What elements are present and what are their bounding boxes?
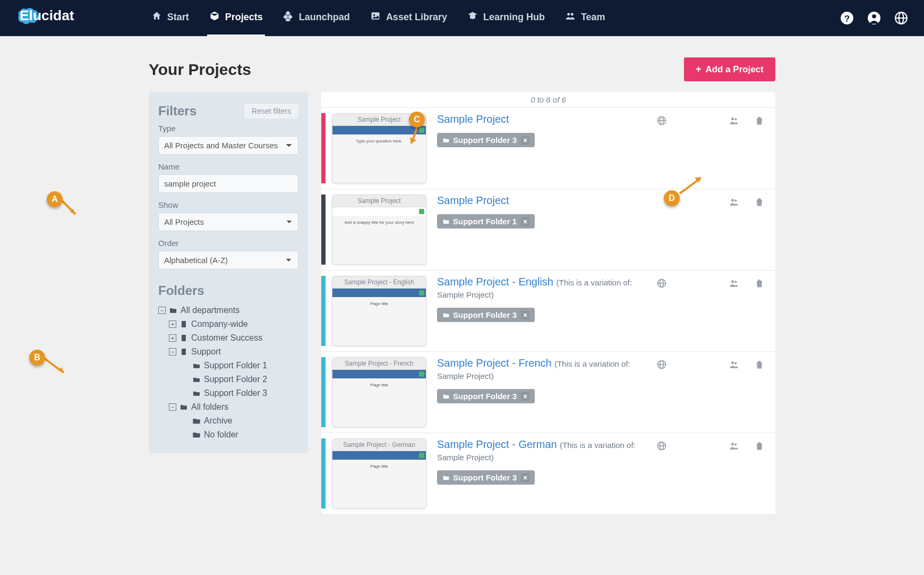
project-thumbnail[interactable]: Sample Project - FrenchPage title xyxy=(332,357,426,427)
annotation-d: D xyxy=(664,190,680,206)
team-icon[interactable] xyxy=(729,278,739,291)
tree-no-folder[interactable]: No folder xyxy=(192,428,298,442)
tree-support-folder-3[interactable]: Support Folder 3 xyxy=(192,386,298,400)
tree-support[interactable]: −Support xyxy=(169,345,298,359)
folder-icon xyxy=(442,474,450,481)
nav-item-projects[interactable]: Projects xyxy=(207,0,265,36)
svg-point-39 xyxy=(731,443,734,445)
svg-rect-17 xyxy=(182,335,186,341)
filters-sidebar: Filters Reset filters Type All Projects … xyxy=(149,92,308,453)
account-icon[interactable] xyxy=(867,11,881,25)
plus-icon: + xyxy=(696,64,701,75)
team-icon[interactable] xyxy=(729,197,739,209)
svg-rect-18 xyxy=(182,349,186,355)
thumb-title: Sample Project - French xyxy=(332,358,426,370)
add-project-label: Add a Project xyxy=(705,64,764,75)
remove-tag-icon[interactable]: × xyxy=(521,392,529,401)
team-icon[interactable] xyxy=(729,359,739,372)
svg-point-22 xyxy=(731,117,734,120)
project-thumbnail[interactable]: Sample Project - EnglishPage title xyxy=(332,276,426,346)
navbar: Elucidat StartProjectsLaunchpadAsset Lib… xyxy=(0,0,924,36)
project-actions xyxy=(656,357,765,427)
project-thumbnail[interactable]: Sample ProjectAdd a snappy title for you… xyxy=(332,195,426,265)
brand-logo[interactable]: Elucidat xyxy=(16,6,91,30)
project-folder-tag[interactable]: Support Folder 3× xyxy=(437,470,535,485)
nav-item-label: Projects xyxy=(225,12,263,23)
filter-show-select[interactable]: All Projects xyxy=(158,213,298,231)
thumb-caption: Page title xyxy=(332,460,426,473)
tree-all-departments[interactable]: −All departments xyxy=(158,303,298,317)
reset-filters-button[interactable]: Reset filters xyxy=(244,104,298,119)
remove-tag-icon[interactable]: × xyxy=(521,136,529,145)
project-title[interactable]: Sample Project - English (This is a vari… xyxy=(437,276,656,300)
remove-tag-icon[interactable]: × xyxy=(521,217,529,226)
globe-icon[interactable] xyxy=(894,11,908,25)
nav-item-learning-hub[interactable]: Learning Hub xyxy=(465,0,547,36)
publish-globe-icon[interactable] xyxy=(656,278,667,291)
add-project-button[interactable]: + Add a Project xyxy=(684,57,775,81)
delete-icon[interactable] xyxy=(754,359,765,372)
nav-item-asset-library[interactable]: Asset Library xyxy=(368,0,449,36)
tree-company-wide[interactable]: +Company-wide xyxy=(169,317,298,331)
nav-item-launchpad[interactable]: Launchpad xyxy=(281,0,352,36)
help-icon[interactable]: ? xyxy=(840,11,854,25)
result-count: 0 to 6 of 6 xyxy=(321,92,775,107)
grad-icon xyxy=(467,11,478,24)
remove-tag-icon[interactable]: × xyxy=(521,473,529,482)
project-folder-tag[interactable]: Support Folder 3× xyxy=(437,389,535,403)
nav-item-team[interactable]: Team xyxy=(563,0,608,36)
svg-point-30 xyxy=(734,281,737,283)
delete-icon[interactable] xyxy=(754,115,765,128)
project-list: 0 to 6 of 6 Sample ProjectType your ques… xyxy=(321,92,775,514)
publish-globe-icon[interactable] xyxy=(656,359,667,372)
project-row: Sample ProjectAdd a snappy title for you… xyxy=(321,189,775,270)
delete-icon[interactable] xyxy=(754,197,765,209)
nav-center: StartProjectsLaunchpadAsset LibraryLearn… xyxy=(149,0,840,36)
project-folder-tag[interactable]: Support Folder 3× xyxy=(437,133,535,147)
team-icon[interactable] xyxy=(729,441,739,453)
tree-all-folders[interactable]: −All folders xyxy=(169,400,298,414)
image-icon xyxy=(370,11,381,24)
diamond-icon xyxy=(283,11,294,24)
svg-point-35 xyxy=(734,362,737,364)
project-title[interactable]: Sample Project xyxy=(437,195,682,207)
filter-type-select[interactable]: All Projects and Master Courses xyxy=(158,136,298,155)
project-title[interactable]: Sample Project - French (This is a varia… xyxy=(437,357,656,382)
delete-icon[interactable] xyxy=(754,441,765,453)
delete-icon[interactable] xyxy=(754,278,765,291)
tree-support-folder-1[interactable]: Support Folder 1 xyxy=(192,359,298,373)
filter-show-label: Show xyxy=(158,200,298,209)
team-icon[interactable] xyxy=(729,115,739,128)
tree-support-folder-2[interactable]: Support Folder 2 xyxy=(192,373,298,386)
publish-globe-icon[interactable] xyxy=(656,441,667,453)
project-thumbnail[interactable]: Sample Project - GermanPage title xyxy=(332,438,426,509)
project-actions xyxy=(656,276,765,346)
nav-item-start[interactable]: Start xyxy=(149,0,191,36)
svg-point-7 xyxy=(567,13,570,15)
filter-name-input[interactable] xyxy=(158,174,298,193)
svg-text:Elucidat: Elucidat xyxy=(20,7,74,23)
project-info: Sample Project - German (This is a varia… xyxy=(426,438,656,509)
page-title: Your Projects xyxy=(149,61,251,79)
annotation-b: B xyxy=(29,350,45,366)
svg-point-24 xyxy=(731,199,734,201)
svg-point-6 xyxy=(373,14,375,16)
project-folder-tag[interactable]: Support Folder 3× xyxy=(437,308,535,322)
remove-tag-icon[interactable]: × xyxy=(521,311,529,319)
page-header: Your Projects + Add a Project xyxy=(149,57,775,81)
tree-customer-success[interactable]: +Customer Success xyxy=(169,331,298,345)
svg-point-29 xyxy=(731,280,734,283)
tree-archive[interactable]: Archive xyxy=(192,414,298,428)
filter-type-label: Type xyxy=(158,124,298,133)
project-folder-tag[interactable]: Support Folder 1× xyxy=(437,214,535,229)
thumb-header xyxy=(332,451,426,460)
folder-icon xyxy=(442,218,450,225)
project-row: Sample ProjectType your question here.Sa… xyxy=(321,107,775,189)
filter-order-label: Order xyxy=(158,239,298,248)
filter-order-select[interactable]: Alphabetical (A-Z) xyxy=(158,251,298,269)
project-title[interactable]: Sample Project xyxy=(437,113,656,125)
project-info: Sample Project Support Folder 3× xyxy=(426,113,656,183)
project-title[interactable]: Sample Project - German (This is a varia… xyxy=(437,438,656,463)
nav-item-label: Asset Library xyxy=(386,12,447,23)
publish-globe-icon[interactable] xyxy=(656,115,667,128)
